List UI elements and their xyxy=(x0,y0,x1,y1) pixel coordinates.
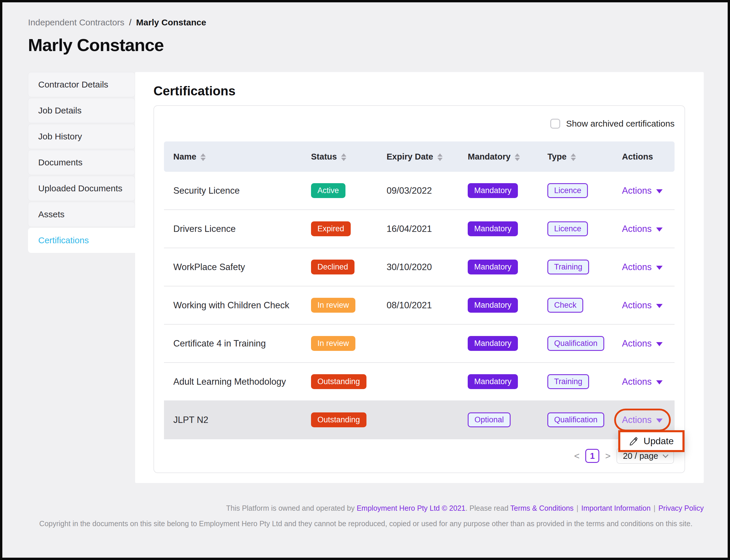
menu-item-label: Update xyxy=(644,436,674,447)
sort-arrows-icon xyxy=(571,153,576,161)
company-link[interactable]: Employment Hero Pty Ltd © 2021 xyxy=(356,504,465,512)
column-header-type[interactable]: Type xyxy=(547,141,622,172)
status-badge: In review xyxy=(311,336,355,351)
column-header-name[interactable]: Name xyxy=(164,141,311,172)
type-badge: Qualification xyxy=(547,412,604,427)
sort-arrows-icon xyxy=(200,153,206,161)
chevron-down-icon xyxy=(656,304,663,308)
mandatory-badge: Mandatory xyxy=(468,183,518,198)
column-header-mandatory[interactable]: Mandatory xyxy=(468,141,547,172)
chevron-down-icon xyxy=(663,452,668,458)
sidebar-item-documents[interactable]: Documents xyxy=(28,150,135,175)
actions-dropdown-trigger[interactable]: Actions xyxy=(622,338,663,349)
sidebar-item-assets[interactable]: Assets xyxy=(28,202,135,227)
cell-name: Certificate 4 in Training xyxy=(164,325,311,363)
content-layout: Contractor DetailsJob DetailsJob History… xyxy=(28,72,704,483)
column-header-status[interactable]: Status xyxy=(311,141,387,172)
status-badge: Outstanding xyxy=(311,374,367,389)
actions-label: Actions xyxy=(622,415,652,425)
footer-line-1: This Platform is owned and operated by E… xyxy=(28,504,704,512)
cell-type: Check xyxy=(547,286,622,325)
chevron-down-icon xyxy=(656,342,663,346)
cell-type: Qualification xyxy=(547,401,622,439)
cell-status: Active xyxy=(311,172,387,210)
actions-label: Actions xyxy=(622,185,652,196)
table-row: Security LicenceActive09/03/2022Mandator… xyxy=(164,172,675,210)
important-information-link[interactable]: Important Information xyxy=(581,504,651,512)
pagination-prev-icon[interactable]: < xyxy=(574,451,580,461)
actions-dropdown-trigger[interactable]: Actions xyxy=(622,415,663,425)
actions-label: Actions xyxy=(622,300,652,311)
cell-expiry-date xyxy=(387,325,468,363)
page-title: Marly Constance xyxy=(28,35,704,55)
sort-arrows-icon xyxy=(515,153,520,161)
cell-actions: Actions Update xyxy=(622,401,675,439)
column-header-label: Actions xyxy=(622,152,653,161)
pagination-next-icon[interactable]: > xyxy=(605,451,611,461)
type-badge: Check xyxy=(547,298,583,313)
cell-name: Drivers Licence xyxy=(164,210,311,248)
type-badge: Qualification xyxy=(547,336,604,351)
cell-type: Training xyxy=(547,363,622,401)
cell-actions: Actions xyxy=(622,325,675,363)
column-header-expiry-date[interactable]: Expiry Date xyxy=(387,141,468,172)
table-body: Security LicenceActive09/03/2022Mandator… xyxy=(164,172,675,439)
column-header-label: Status xyxy=(311,152,337,161)
cell-name: WorkPlace Safety xyxy=(164,248,311,286)
sidebar-item-label: Job Details xyxy=(38,106,81,115)
mandatory-badge: Mandatory xyxy=(468,374,518,389)
cell-actions: Actions xyxy=(622,210,675,248)
actions-dropdown-trigger[interactable]: Actions xyxy=(622,185,663,196)
mandatory-badge: Mandatory xyxy=(468,336,518,351)
actions-dropdown-trigger[interactable]: Actions xyxy=(622,262,663,272)
cell-actions: Actions xyxy=(622,286,675,325)
cell-expiry-date: 08/10/2021 xyxy=(387,286,468,325)
breadcrumb-separator: / xyxy=(129,17,131,27)
table-row: Adult Learning MethodologyOutstandingMan… xyxy=(164,363,675,401)
type-badge: Training xyxy=(547,374,589,389)
cell-status: Expired xyxy=(311,210,387,248)
show-archived-checkbox[interactable] xyxy=(550,119,560,129)
sidebar-item-label: Documents xyxy=(38,157,83,167)
table-row: WorkPlace SafetyDeclined30/10/2020Mandat… xyxy=(164,248,675,286)
sidebar-item-job-history[interactable]: Job History xyxy=(28,124,135,149)
pagination-page-1[interactable]: 1 xyxy=(585,449,599,463)
cell-type: Licence xyxy=(547,172,622,210)
column-header-label: Name xyxy=(173,152,196,161)
breadcrumb-parent-link[interactable]: Independent Contractors xyxy=(28,17,124,27)
cell-type: Licence xyxy=(547,210,622,248)
cell-mandatory: Mandatory xyxy=(468,248,547,286)
sidebar-item-job-details[interactable]: Job Details xyxy=(28,98,135,123)
sidebar-item-certifications[interactable]: Certifications xyxy=(28,228,135,253)
status-badge: In review xyxy=(311,298,355,313)
cell-expiry-date: 30/10/2020 xyxy=(387,248,468,286)
cell-expiry-date xyxy=(387,401,468,439)
privacy-policy-link[interactable]: Privacy Policy xyxy=(658,504,704,512)
terms-link[interactable]: Terms & Conditions xyxy=(510,504,574,512)
cell-mandatory: Optional xyxy=(468,401,547,439)
cell-type: Qualification xyxy=(547,325,622,363)
cell-status: Declined xyxy=(311,248,387,286)
actions-dropdown-trigger[interactable]: Actions xyxy=(622,377,663,387)
cell-actions: Actions xyxy=(622,363,675,401)
sidebar-item-contractor-details[interactable]: Contractor Details xyxy=(28,72,135,97)
chevron-down-icon xyxy=(656,227,663,232)
table-row: Certificate 4 in TrainingIn reviewMandat… xyxy=(164,325,675,363)
sort-arrows-icon xyxy=(341,153,346,161)
cell-status: Outstanding xyxy=(311,401,387,439)
actions-dropdown-trigger[interactable]: Actions xyxy=(622,224,663,234)
column-header-label: Mandatory xyxy=(468,152,511,161)
actions-dropdown-trigger[interactable]: Actions xyxy=(622,300,663,311)
column-header-actions: Actions xyxy=(622,141,675,172)
chevron-down-icon xyxy=(656,266,663,270)
mandatory-badge: Optional xyxy=(468,412,511,427)
cell-status: Outstanding xyxy=(311,363,387,401)
menu-item-update[interactable]: Update xyxy=(629,436,674,447)
table-row: Working with Children CheckIn review08/1… xyxy=(164,286,675,325)
cell-name: Security Licence xyxy=(164,172,311,210)
cell-mandatory: Mandatory xyxy=(468,325,547,363)
table-header-row: NameStatusExpiry DateMandatoryTypeAction… xyxy=(164,141,675,172)
sort-arrows-icon xyxy=(437,153,443,161)
actions-label: Actions xyxy=(622,377,652,387)
sidebar-item-uploaded-documents[interactable]: Uploaded Documents xyxy=(28,176,135,201)
